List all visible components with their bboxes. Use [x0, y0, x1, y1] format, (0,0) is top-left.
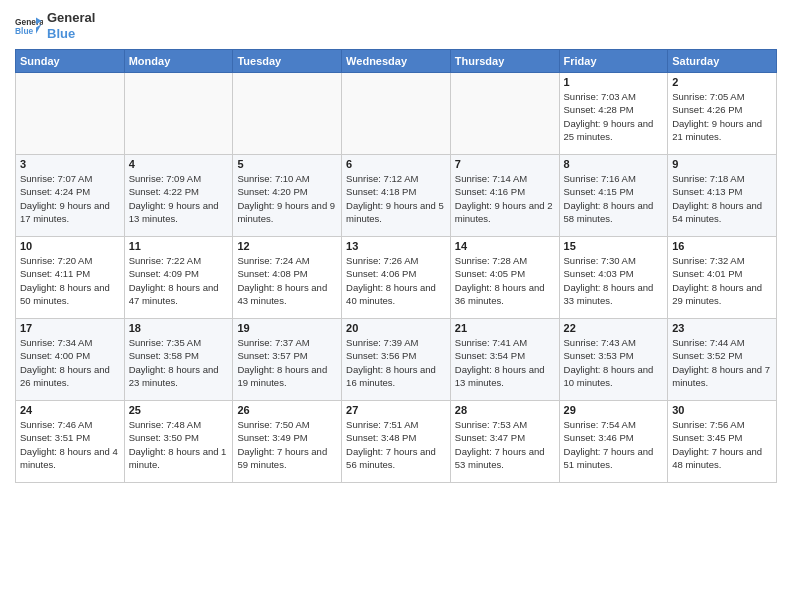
calendar-cell: 19Sunrise: 7:37 AMSunset: 3:57 PMDayligh…: [233, 319, 342, 401]
col-header-wednesday: Wednesday: [342, 50, 451, 73]
day-number: 10: [20, 240, 120, 252]
calendar-cell: 9Sunrise: 7:18 AMSunset: 4:13 PMDaylight…: [668, 155, 777, 237]
day-number: 30: [672, 404, 772, 416]
calendar-cell: 7Sunrise: 7:14 AMSunset: 4:16 PMDaylight…: [450, 155, 559, 237]
calendar-week-row: 1Sunrise: 7:03 AMSunset: 4:28 PMDaylight…: [16, 73, 777, 155]
day-detail: Sunrise: 7:14 AMSunset: 4:16 PMDaylight:…: [455, 172, 555, 225]
day-detail: Sunrise: 7:37 AMSunset: 3:57 PMDaylight:…: [237, 336, 337, 389]
calendar-cell: 11Sunrise: 7:22 AMSunset: 4:09 PMDayligh…: [124, 237, 233, 319]
calendar-week-row: 3Sunrise: 7:07 AMSunset: 4:24 PMDaylight…: [16, 155, 777, 237]
day-number: 23: [672, 322, 772, 334]
col-header-thursday: Thursday: [450, 50, 559, 73]
calendar-cell: 2Sunrise: 7:05 AMSunset: 4:26 PMDaylight…: [668, 73, 777, 155]
calendar-cell: [124, 73, 233, 155]
calendar-cell: 22Sunrise: 7:43 AMSunset: 3:53 PMDayligh…: [559, 319, 668, 401]
day-number: 1: [564, 76, 664, 88]
calendar-week-row: 10Sunrise: 7:20 AMSunset: 4:11 PMDayligh…: [16, 237, 777, 319]
calendar-cell: 6Sunrise: 7:12 AMSunset: 4:18 PMDaylight…: [342, 155, 451, 237]
day-number: 2: [672, 76, 772, 88]
day-detail: Sunrise: 7:24 AMSunset: 4:08 PMDaylight:…: [237, 254, 337, 307]
calendar-cell: 30Sunrise: 7:56 AMSunset: 3:45 PMDayligh…: [668, 401, 777, 483]
day-detail: Sunrise: 7:26 AMSunset: 4:06 PMDaylight:…: [346, 254, 446, 307]
day-number: 21: [455, 322, 555, 334]
calendar-cell: 25Sunrise: 7:48 AMSunset: 3:50 PMDayligh…: [124, 401, 233, 483]
calendar-cell: 8Sunrise: 7:16 AMSunset: 4:15 PMDaylight…: [559, 155, 668, 237]
calendar-cell: [16, 73, 125, 155]
day-number: 6: [346, 158, 446, 170]
day-detail: Sunrise: 7:44 AMSunset: 3:52 PMDaylight:…: [672, 336, 772, 389]
calendar-cell: 13Sunrise: 7:26 AMSunset: 4:06 PMDayligh…: [342, 237, 451, 319]
calendar-cell: [233, 73, 342, 155]
day-detail: Sunrise: 7:53 AMSunset: 3:47 PMDaylight:…: [455, 418, 555, 471]
day-number: 16: [672, 240, 772, 252]
calendar-cell: 20Sunrise: 7:39 AMSunset: 3:56 PMDayligh…: [342, 319, 451, 401]
day-number: 3: [20, 158, 120, 170]
day-number: 20: [346, 322, 446, 334]
calendar-cell: 29Sunrise: 7:54 AMSunset: 3:46 PMDayligh…: [559, 401, 668, 483]
calendar-cell: 28Sunrise: 7:53 AMSunset: 3:47 PMDayligh…: [450, 401, 559, 483]
calendar-cell: 24Sunrise: 7:46 AMSunset: 3:51 PMDayligh…: [16, 401, 125, 483]
calendar-cell: 10Sunrise: 7:20 AMSunset: 4:11 PMDayligh…: [16, 237, 125, 319]
day-detail: Sunrise: 7:46 AMSunset: 3:51 PMDaylight:…: [20, 418, 120, 471]
day-detail: Sunrise: 7:51 AMSunset: 3:48 PMDaylight:…: [346, 418, 446, 471]
calendar-cell: 17Sunrise: 7:34 AMSunset: 4:00 PMDayligh…: [16, 319, 125, 401]
day-number: 29: [564, 404, 664, 416]
col-header-tuesday: Tuesday: [233, 50, 342, 73]
day-detail: Sunrise: 7:10 AMSunset: 4:20 PMDaylight:…: [237, 172, 337, 225]
day-detail: Sunrise: 7:48 AMSunset: 3:50 PMDaylight:…: [129, 418, 229, 471]
calendar-cell: 23Sunrise: 7:44 AMSunset: 3:52 PMDayligh…: [668, 319, 777, 401]
calendar-cell: 15Sunrise: 7:30 AMSunset: 4:03 PMDayligh…: [559, 237, 668, 319]
day-number: 13: [346, 240, 446, 252]
calendar: SundayMondayTuesdayWednesdayThursdayFrid…: [15, 49, 777, 483]
calendar-cell: 5Sunrise: 7:10 AMSunset: 4:20 PMDaylight…: [233, 155, 342, 237]
calendar-week-row: 17Sunrise: 7:34 AMSunset: 4:00 PMDayligh…: [16, 319, 777, 401]
day-number: 4: [129, 158, 229, 170]
header: GeneralBlue General Blue: [15, 10, 777, 41]
day-detail: Sunrise: 7:07 AMSunset: 4:24 PMDaylight:…: [20, 172, 120, 225]
day-detail: Sunrise: 7:39 AMSunset: 3:56 PMDaylight:…: [346, 336, 446, 389]
calendar-cell: 26Sunrise: 7:50 AMSunset: 3:49 PMDayligh…: [233, 401, 342, 483]
calendar-week-row: 24Sunrise: 7:46 AMSunset: 3:51 PMDayligh…: [16, 401, 777, 483]
calendar-cell: 18Sunrise: 7:35 AMSunset: 3:58 PMDayligh…: [124, 319, 233, 401]
logo-text: General Blue: [47, 10, 95, 41]
day-detail: Sunrise: 7:12 AMSunset: 4:18 PMDaylight:…: [346, 172, 446, 225]
day-detail: Sunrise: 7:54 AMSunset: 3:46 PMDaylight:…: [564, 418, 664, 471]
day-detail: Sunrise: 7:32 AMSunset: 4:01 PMDaylight:…: [672, 254, 772, 307]
day-number: 25: [129, 404, 229, 416]
page: GeneralBlue General Blue SundayMondayTue…: [0, 0, 792, 612]
day-number: 27: [346, 404, 446, 416]
day-number: 5: [237, 158, 337, 170]
svg-text:Blue: Blue: [15, 25, 33, 35]
calendar-cell: 21Sunrise: 7:41 AMSunset: 3:54 PMDayligh…: [450, 319, 559, 401]
day-detail: Sunrise: 7:50 AMSunset: 3:49 PMDaylight:…: [237, 418, 337, 471]
day-detail: Sunrise: 7:30 AMSunset: 4:03 PMDaylight:…: [564, 254, 664, 307]
day-number: 15: [564, 240, 664, 252]
day-detail: Sunrise: 7:43 AMSunset: 3:53 PMDaylight:…: [564, 336, 664, 389]
col-header-monday: Monday: [124, 50, 233, 73]
day-detail: Sunrise: 7:03 AMSunset: 4:28 PMDaylight:…: [564, 90, 664, 143]
day-detail: Sunrise: 7:34 AMSunset: 4:00 PMDaylight:…: [20, 336, 120, 389]
calendar-cell: 3Sunrise: 7:07 AMSunset: 4:24 PMDaylight…: [16, 155, 125, 237]
day-number: 7: [455, 158, 555, 170]
calendar-cell: 14Sunrise: 7:28 AMSunset: 4:05 PMDayligh…: [450, 237, 559, 319]
day-detail: Sunrise: 7:22 AMSunset: 4:09 PMDaylight:…: [129, 254, 229, 307]
day-detail: Sunrise: 7:16 AMSunset: 4:15 PMDaylight:…: [564, 172, 664, 225]
calendar-cell: 4Sunrise: 7:09 AMSunset: 4:22 PMDaylight…: [124, 155, 233, 237]
day-detail: Sunrise: 7:09 AMSunset: 4:22 PMDaylight:…: [129, 172, 229, 225]
calendar-cell: 1Sunrise: 7:03 AMSunset: 4:28 PMDaylight…: [559, 73, 668, 155]
day-number: 26: [237, 404, 337, 416]
calendar-cell: 12Sunrise: 7:24 AMSunset: 4:08 PMDayligh…: [233, 237, 342, 319]
calendar-cell: [450, 73, 559, 155]
day-detail: Sunrise: 7:28 AMSunset: 4:05 PMDaylight:…: [455, 254, 555, 307]
col-header-friday: Friday: [559, 50, 668, 73]
day-number: 11: [129, 240, 229, 252]
day-number: 22: [564, 322, 664, 334]
day-detail: Sunrise: 7:35 AMSunset: 3:58 PMDaylight:…: [129, 336, 229, 389]
day-detail: Sunrise: 7:56 AMSunset: 3:45 PMDaylight:…: [672, 418, 772, 471]
logo-icon: GeneralBlue: [15, 12, 43, 40]
day-number: 14: [455, 240, 555, 252]
calendar-cell: 16Sunrise: 7:32 AMSunset: 4:01 PMDayligh…: [668, 237, 777, 319]
calendar-cell: 27Sunrise: 7:51 AMSunset: 3:48 PMDayligh…: [342, 401, 451, 483]
day-detail: Sunrise: 7:05 AMSunset: 4:26 PMDaylight:…: [672, 90, 772, 143]
day-detail: Sunrise: 7:41 AMSunset: 3:54 PMDaylight:…: [455, 336, 555, 389]
